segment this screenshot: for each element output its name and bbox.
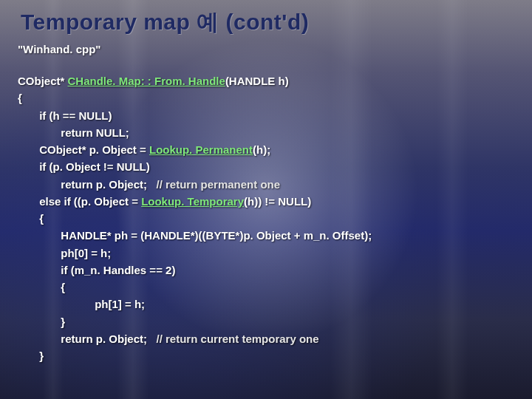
code-text: return NULL;: [18, 126, 129, 139]
code-text: {: [18, 281, 65, 293]
code-text: return p. Object;: [18, 178, 157, 191]
code-text: if (h == NULL): [18, 109, 112, 122]
slide-subtitle: "Winhand. cpp": [18, 43, 100, 55]
code-text: CObject* p. Object =: [18, 143, 149, 156]
code-block: CObject* CHandle. Map: : From. Handle(HA…: [18, 72, 517, 364]
code-comment: // return current temporary one: [157, 332, 319, 345]
code-text: {: [18, 92, 22, 104]
fn-lookup-permanent: Lookup. Permanent: [149, 143, 253, 156]
slide-title: Temporary map 예 (cont'd): [21, 7, 309, 38]
code-text: CObject*: [18, 75, 68, 87]
code-text: return p. Object;: [18, 332, 157, 345]
code-text: }: [18, 349, 44, 362]
code-text: ph[1] = h;: [18, 298, 145, 310]
code-text: (h)) != NULL): [244, 195, 311, 208]
code-text: else if ((p. Object =: [18, 195, 141, 208]
fn-lookup-temporary: Lookup. Temporary: [141, 195, 244, 208]
code-comment: // return permanent one: [157, 178, 281, 191]
fn-fromhandle: CHandle. Map: : From. Handle: [68, 75, 225, 87]
code-text: {: [18, 212, 44, 225]
code-text: }: [18, 316, 65, 328]
code-text: HANDLE* ph = (HANDLE*)((BYTE*)p. Object …: [18, 229, 372, 242]
code-text: if (p. Object != NULL): [18, 160, 150, 173]
code-text: if (m_n. Handles == 2): [18, 264, 175, 276]
slide: Temporary map 예 (cont'd) "Winhand. cpp" …: [0, 0, 532, 399]
code-text: ph[0] = h;: [18, 247, 111, 259]
code-text: (HANDLE h): [225, 75, 289, 87]
code-text: (h);: [253, 143, 270, 156]
